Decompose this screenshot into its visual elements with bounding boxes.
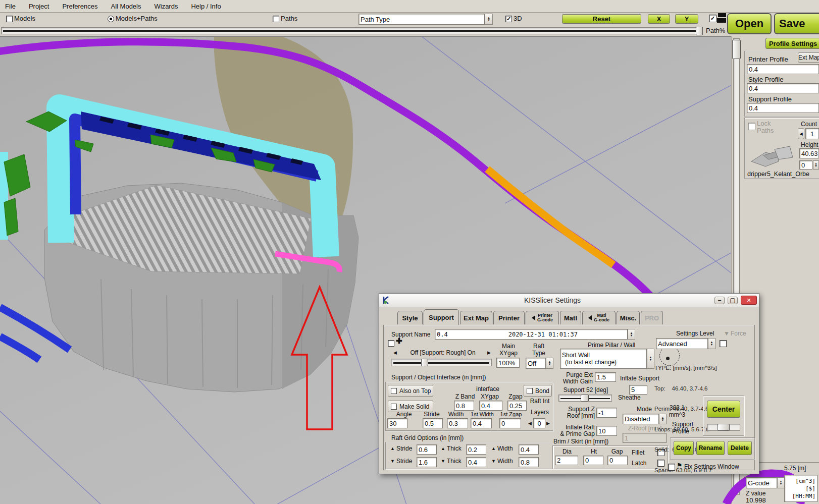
reset-button[interactable]: Reset	[562, 14, 641, 24]
x-button[interactable]: X	[648, 14, 670, 24]
inflate-raft-field[interactable]: 10	[596, 426, 617, 436]
tab-style[interactable]: Style	[397, 311, 423, 324]
maximize-button[interactable]: ▢	[728, 297, 738, 304]
rough-right-icon[interactable]: ▶	[487, 350, 491, 355]
style-profile-select[interactable]: 0.4	[747, 83, 819, 93]
menu-preferences[interactable]: Preferences	[62, 3, 97, 10]
z-band-field[interactable]: 0.8	[454, 401, 474, 411]
y-button[interactable]: Y	[675, 14, 698, 24]
raft-int-right-icon[interactable]: ▶	[546, 421, 550, 426]
lock-paths-checkbox[interactable]	[748, 123, 755, 130]
first-zgap-field[interactable]: 0	[499, 418, 521, 428]
menu-help-info[interactable]: Help / Info	[191, 3, 221, 10]
support-name-combo[interactable]: 0.4 2020-12-31 01:01:37	[435, 329, 628, 340]
path-pct-checkbox[interactable]: ✓	[709, 15, 716, 22]
main-xygap-field[interactable]: 100%	[496, 358, 520, 368]
count-field[interactable]: 1	[805, 128, 819, 139]
settings-dialog[interactable]: KISSlicer Settings – ▢ ✕ Style Support E…	[379, 293, 759, 474]
rg-up-width-field[interactable]: 0.4	[519, 444, 539, 455]
printer-profile-select[interactable]: 0.4	[747, 64, 819, 74]
rename-button[interactable]: Rename	[696, 441, 725, 455]
open-button[interactable]: Open	[727, 13, 772, 34]
close-button[interactable]: ✕	[741, 296, 757, 305]
first-width-field[interactable]: 0.4	[471, 418, 492, 428]
count-decrement-button[interactable]: ◀	[798, 128, 804, 139]
support-name-spinner[interactable]: ▲▼	[628, 329, 635, 340]
support-z-roof-field[interactable]: -1	[596, 408, 617, 418]
layer-spinner[interactable]: ▲▼	[813, 160, 819, 170]
settings-level-checkbox[interactable]	[720, 340, 727, 347]
models-paths-radio[interactable]	[108, 16, 114, 22]
angle-field[interactable]: 30	[387, 418, 407, 428]
ext-map-button[interactable]: Ext Map	[798, 52, 819, 63]
center-button[interactable]: Center	[707, 401, 740, 418]
dia-field[interactable]: 2	[555, 456, 578, 465]
path-type-spinner[interactable]: ▲ ▼	[485, 14, 493, 25]
width-field[interactable]: 0.3	[447, 418, 468, 428]
rg-up-stride-field[interactable]: 0.6	[417, 444, 437, 455]
menu-project[interactable]: Project	[29, 3, 49, 10]
tab-printer[interactable]: Printer	[493, 311, 525, 324]
tab-matl-gcode[interactable]: MatlG-code	[582, 311, 616, 324]
raft-type-select[interactable]: Off	[526, 358, 546, 369]
sheathe-mode-select[interactable]: Disabled	[623, 414, 659, 424]
stride-field[interactable]: 0.5	[423, 418, 443, 428]
raft-type-spinner[interactable]: ▲▼	[546, 358, 553, 369]
models-checkbox[interactable]	[6, 16, 13, 22]
profile-settings-button[interactable]: Profile Settings	[765, 38, 819, 49]
layer-field[interactable]: 0	[799, 160, 812, 170]
model-thumbnail[interactable]	[748, 144, 795, 169]
raft-int-field[interactable]: 0	[533, 418, 545, 428]
tab-pro[interactable]: PRO	[641, 311, 663, 324]
tab-ext-map[interactable]: Ext Map	[460, 311, 492, 324]
zgap-field[interactable]: 0.25	[507, 401, 527, 411]
3d-checkbox[interactable]: ✓	[505, 16, 512, 22]
bond-checkbox[interactable]: Bond	[524, 385, 552, 397]
dialog-titlebar[interactable]: KISSlicer Settings – ▢ ✕	[379, 294, 759, 307]
tab-matl[interactable]: Matl	[560, 311, 581, 324]
minimize-button[interactable]: –	[714, 297, 725, 304]
rough-slider[interactable]	[391, 359, 492, 366]
center-slider-handle[interactable]	[718, 424, 730, 431]
latch-label: Latch	[632, 460, 646, 467]
rg-up-thick-field[interactable]: 0.2	[466, 444, 486, 455]
path-type-select[interactable]: Path Type	[359, 14, 485, 25]
raft-int-left-icon[interactable]: ◀	[528, 421, 532, 426]
gcode-select[interactable]: G-code	[746, 477, 777, 488]
menu-file[interactable]: File	[5, 3, 16, 10]
copy-button[interactable]: Copy	[674, 441, 694, 455]
tab-misc[interactable]: Misc.	[617, 311, 640, 324]
xygap-field[interactable]: 0.4	[479, 401, 502, 411]
save-button[interactable]: Save	[774, 13, 819, 34]
support-deg-handle[interactable]	[581, 395, 589, 402]
rg-down-thick-field[interactable]: 0.4	[466, 457, 486, 467]
inflate-support-field[interactable]: 5	[629, 385, 647, 395]
vertical-scrollbar-handle[interactable]	[732, 40, 741, 59]
rg-down-width-field[interactable]: 0.8	[519, 457, 539, 467]
prime-pillar-select[interactable]: Short Wall (to last ext change)	[560, 349, 647, 369]
support-profile-select[interactable]: 0.4	[747, 103, 819, 113]
rg-down-stride-field[interactable]: 1.6	[417, 457, 437, 467]
menu-wizards[interactable]: Wizards	[154, 3, 178, 10]
gcode-spinner[interactable]: ▲▼	[777, 477, 785, 488]
settings-level-spinner[interactable]: ▲▼	[708, 338, 715, 349]
also-on-top-checkbox[interactable]: Also on Top	[388, 385, 433, 397]
settings-level-select[interactable]: Advanced	[656, 338, 708, 349]
prime-pillar-spinner[interactable]: ▲▼	[647, 349, 654, 369]
fix-settings-checkbox[interactable]	[668, 464, 675, 471]
tab-printer-gcode[interactable]: PrinterG-code	[526, 311, 559, 324]
purge-ext-field[interactable]: 1.5	[595, 372, 616, 382]
ht-field[interactable]: 0	[583, 456, 603, 465]
menu-all-models[interactable]: All Models	[111, 3, 141, 10]
rough-left-icon[interactable]: ◀	[393, 350, 397, 355]
height-field[interactable]: 40.63	[799, 148, 819, 158]
fillet-label: Fillet	[632, 449, 644, 456]
path-pct-slider[interactable]	[1, 27, 703, 34]
add-profile-checkbox[interactable]	[388, 340, 394, 347]
paths-checkbox[interactable]	[273, 16, 279, 22]
gap-field[interactable]: 0	[607, 456, 628, 465]
tab-support[interactable]: Support	[424, 309, 459, 325]
rough-slider-handle[interactable]	[421, 359, 428, 366]
path-pct-slider-handle[interactable]	[696, 27, 703, 35]
delete-button[interactable]: Delete	[728, 441, 752, 455]
